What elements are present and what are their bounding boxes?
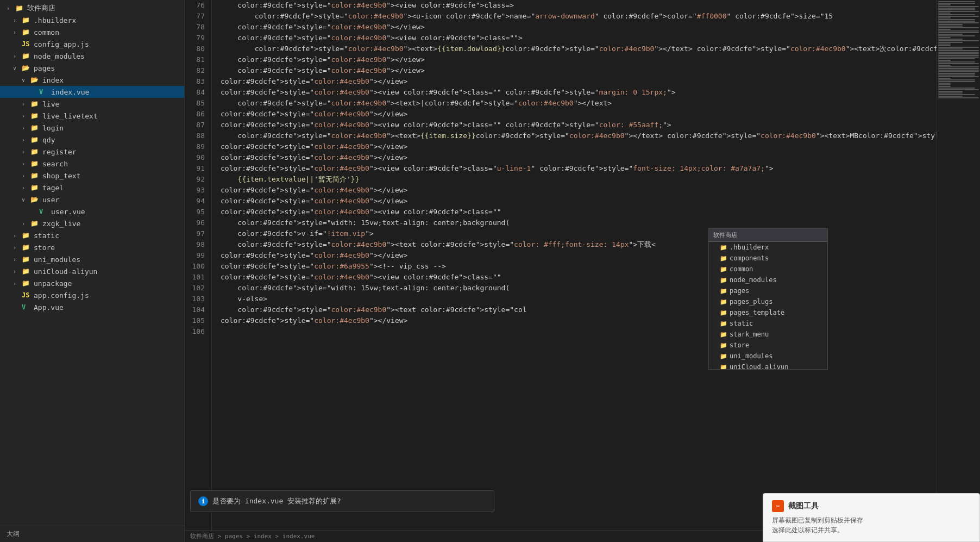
popup-item-label: node_modules — [730, 276, 777, 284]
folder-icon: 📁 — [30, 148, 40, 155]
outline-label: 大纲 — [7, 530, 20, 538]
screenshot-popup[interactable]: ✂ 截图工具 屏幕截图已复制到剪贴板并保存选择此处以标记并共享。 — [763, 493, 980, 542]
code-line: color:#9cdcfe">style="color:#4ec9b0"><vi… — [221, 272, 937, 283]
sidebar-item-uni-modules[interactable]: › 📁 uni_modules — [0, 253, 184, 265]
sidebar-item-tagel[interactable]: › 📁 tagel — [0, 182, 184, 194]
folder-open-icon: 📂 — [30, 76, 40, 84]
sidebar-label: login — [42, 124, 64, 132]
sidebar-item-live[interactable]: › 📁 live — [0, 98, 184, 110]
folder-icon: 📁 — [30, 100, 40, 108]
folder-icon: 📁 — [22, 279, 32, 287]
sidebar-item-register[interactable]: › 📁 register — [0, 146, 184, 158]
code-line: color:#9cdcfe">style="color:#4ec9b0"></v… — [221, 109, 937, 120]
minimap-line — [938, 74, 975, 76]
minimap-line — [938, 96, 963, 97]
sidebar-item-login[interactable]: › 📁 login — [0, 122, 184, 134]
sidebar-item-user[interactable]: ∨ 📂 user — [0, 194, 184, 205]
minimap-line — [938, 76, 979, 77]
folder-icon: 📁 — [30, 172, 40, 179]
popup-item[interactable]: 📁components — [709, 253, 827, 264]
sidebar-item-index-vue[interactable]: V index.vue — [0, 86, 184, 98]
sidebar-item-zxgk-live[interactable]: › 📁 zxgk_live — [0, 217, 184, 229]
folder-icon: 📁 — [720, 298, 727, 306]
code-line: color:#9cdcfe">style="color:#4ec9b0"><vi… — [221, 87, 937, 98]
line-number: 81 — [185, 54, 205, 65]
minimap-line — [938, 58, 975, 59]
sidebar-item-store[interactable]: › 📁 store — [0, 241, 184, 253]
popup-item[interactable]: 📁pages_template — [709, 307, 827, 318]
code-line: color:#9cdcfe">style="color:#4ec9b0"><u-… — [221, 11, 937, 22]
sidebar-item-app-vue[interactable]: V App.vue — [0, 301, 184, 313]
folder-icon: 📁 — [720, 288, 727, 295]
popup-item-label: pages_template — [730, 309, 784, 316]
arrow-icon: › — [13, 245, 22, 251]
sidebar-item-pages[interactable]: ∨ 📂 pages — [0, 62, 184, 74]
minimap-line — [938, 9, 975, 10]
folder-icon: 📁 — [22, 232, 32, 239]
file-tree-popup[interactable]: 软件商店 📁.hbuilderx📁components📁common📁node_… — [708, 228, 828, 370]
line-number: 102 — [185, 283, 205, 294]
toast-message: 是否要为 index.vue 安装推荐的扩展? — [212, 496, 341, 506]
sidebar-item-static[interactable]: › 📁 static — [0, 229, 184, 241]
arrow-icon: › — [22, 101, 30, 107]
minimap-line — [938, 89, 979, 90]
popup-header: 软件商店 — [709, 229, 827, 242]
popup-item[interactable]: 📁common — [709, 264, 827, 275]
sidebar-item-app-config-js[interactable]: JS app.config.js — [0, 289, 184, 301]
minimap-line — [938, 63, 979, 64]
popup-item-label: stark_menu — [730, 331, 769, 338]
minimap-line — [938, 17, 951, 18]
code-line: color:#9cdcfe">style="color:#4ec9b0"></v… — [221, 54, 937, 65]
sidebar-item-node-modules[interactable]: › 📁 node_modules — [0, 50, 184, 62]
minimap-line — [938, 4, 951, 5]
vue-file-icon: V — [39, 208, 49, 215]
minimap-line — [938, 45, 951, 46]
popup-item[interactable]: 📁store — [709, 340, 827, 351]
popup-item-label: uniCloud.aliyun — [730, 363, 788, 370]
sidebar-label: user.vue — [51, 208, 85, 216]
sidebar-footer: 大纲 — [0, 526, 184, 542]
minimap-line — [938, 65, 951, 66]
extension-toast[interactable]: ℹ 是否要为 index.vue 安装推荐的扩展? — [190, 490, 494, 512]
popup-item[interactable]: 📁pages_plugs — [709, 296, 827, 307]
sidebar-item-hbuilderx[interactable]: › 📁 .hbuilderx — [0, 14, 184, 26]
code-line: color:#9cdcfe">style="color:#4ec9b0"><vi… — [221, 207, 937, 217]
popup-item[interactable]: 📁node_modules — [709, 275, 827, 285]
folder-icon: 📁 — [720, 353, 727, 360]
minimap-line — [938, 57, 979, 58]
popup-item[interactable]: 📁pages — [709, 285, 827, 296]
arrow-icon: › — [22, 221, 30, 227]
minimap-line — [938, 48, 963, 49]
code-line: color:#9cdcfe">style="color:#4ec9b0"><te… — [221, 98, 937, 109]
sidebar-item-user-vue[interactable]: V user.vue — [0, 205, 184, 217]
sidebar-item-index[interactable]: ∨ 📂 index — [0, 74, 184, 86]
popup-item[interactable]: 📁stark_menu — [709, 329, 827, 340]
sidebar-item-unpackage[interactable]: › 📁 unpackage — [0, 277, 184, 289]
popup-item[interactable]: 📁.hbuilderx — [709, 242, 827, 253]
sidebar-item-uniclound-aliyun[interactable]: › 📁 uniCloud-aliyun — [0, 265, 184, 277]
popup-title: 软件商店 — [713, 232, 737, 239]
file-tree: › 📁 软件商店 › 📁 .hbuilderx › 📁 common JS co… — [0, 0, 184, 526]
sidebar-label: search — [42, 160, 68, 168]
sidebar-item-live-livetext[interactable]: › 📁 live_livetext — [0, 110, 184, 122]
line-number: 98 — [185, 239, 205, 250]
folder-icon: 📁 — [720, 266, 727, 273]
sidebar-item-shop-text[interactable]: › 📁 shop_text — [0, 170, 184, 182]
popup-item[interactable]: 📁uniCloud.aliyun — [709, 362, 827, 370]
minimap-line — [938, 66, 979, 67]
sidebar-item-common[interactable]: › 📁 common — [0, 26, 184, 38]
code-line: color:#9cdcfe">style="color:#4ec9b0"></v… — [221, 152, 937, 163]
code-line: color:#9cdcfe">style="color:#4ec9b0"><vi… — [221, 163, 937, 174]
sidebar-item-qdy[interactable]: › 📁 qdy — [0, 134, 184, 146]
sidebar-item-root[interactable]: › 📁 软件商店 — [0, 2, 184, 14]
folder-icon: 📁 — [30, 184, 40, 191]
sidebar-item-search[interactable]: › 📁 search — [0, 158, 184, 170]
minimap-line — [938, 14, 975, 15]
popup-item[interactable]: 📁static — [709, 318, 827, 329]
popup-item[interactable]: 📁uni_modules — [709, 351, 827, 362]
sidebar-item-config-app[interactable]: JS config_app.js — [0, 38, 184, 50]
line-number: 89 — [185, 141, 205, 152]
line-number: 84 — [185, 87, 205, 98]
folder-icon: 📁 — [22, 244, 32, 251]
sidebar-label: .hbuilderx — [34, 16, 76, 24]
